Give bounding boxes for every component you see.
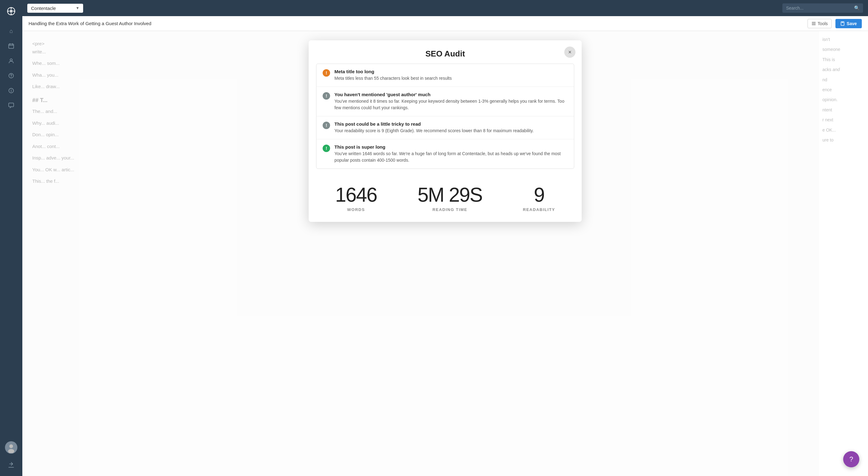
sidebar-item-home[interactable]: ⌂ xyxy=(5,25,18,37)
modal-close-button[interactable]: × xyxy=(564,47,576,58)
save-button[interactable]: Save xyxy=(835,19,862,28)
stat-words: 1646 WORDS xyxy=(335,185,377,212)
sidebar-item-help[interactable] xyxy=(5,69,18,82)
user-avatar[interactable] xyxy=(5,441,18,454)
search-input[interactable] xyxy=(782,3,863,13)
audit-title-3: This post could be a little tricky to re… xyxy=(334,121,568,127)
sidebar-item-users[interactable] xyxy=(5,55,18,67)
audit-item-4: ! This post is super long You've written… xyxy=(316,139,574,169)
audit-icon-4: ! xyxy=(322,145,330,152)
audit-desc-3: Your readability score is 9 (Eighth Grad… xyxy=(334,127,568,134)
sidebar-item-export[interactable] xyxy=(5,458,18,471)
svg-rect-6 xyxy=(9,44,14,49)
audit-icon-3: ! xyxy=(322,122,330,129)
audit-item-1: ! Meta title too long Meta titles less t… xyxy=(316,64,574,87)
svg-rect-10 xyxy=(9,103,14,107)
svg-point-7 xyxy=(10,59,12,61)
brand-name: Contentacle xyxy=(31,6,56,11)
stat-reading-time: 5M 29S READING TIME xyxy=(417,185,483,212)
stat-words-label: WORDS xyxy=(335,207,377,212)
sidebar-item-info[interactable] xyxy=(5,84,18,97)
audit-icon-1: ! xyxy=(322,69,330,77)
app-container: ⌂ Contentacle ▼ xyxy=(0,0,868,476)
brand-dropdown-arrow: ▼ xyxy=(76,6,80,10)
audit-item-2: ! You haven't mentioned 'guest author' m… xyxy=(316,87,574,116)
svg-point-12 xyxy=(9,444,13,448)
audit-text-1: Meta title too long Meta titles less tha… xyxy=(334,69,568,82)
audit-icon-2: ! xyxy=(322,92,330,99)
svg-point-1 xyxy=(10,10,13,13)
audit-title-1: Meta title too long xyxy=(334,69,568,74)
svg-point-2 xyxy=(10,8,12,9)
modal-overlay: SEO Audit × ! Meta title too long xyxy=(22,31,868,476)
tools-button[interactable]: Tools xyxy=(807,19,832,28)
svg-rect-18 xyxy=(842,22,843,23)
search-icon: 🔍 xyxy=(854,5,860,11)
content-area: Handling the Extra Work of Getting a Gue… xyxy=(22,16,868,476)
svg-point-3 xyxy=(10,13,12,15)
editor-body: <pre>write... Whe... som... Wha... you..… xyxy=(22,31,868,476)
audit-text-3: This post could be a little tricky to re… xyxy=(334,121,568,134)
audit-item-3: ! This post could be a little tricky to … xyxy=(316,116,574,139)
audit-items-list: ! Meta title too long Meta titles less t… xyxy=(316,64,574,169)
sidebar-item-calendar[interactable] xyxy=(5,40,18,52)
svg-point-5 xyxy=(13,10,15,12)
stats-row: 1646 WORDS 5M 29S READING TIME 9 READABI… xyxy=(309,176,582,222)
close-icon: × xyxy=(568,49,572,56)
brand-selector[interactable]: Contentacle ▼ xyxy=(27,4,83,13)
audit-text-4: This post is super long You've written 1… xyxy=(334,144,568,163)
modal-header: SEO Audit × xyxy=(309,40,582,64)
chat-support-button[interactable]: ? xyxy=(843,451,859,467)
main-area: Contentacle ▼ 🔍 Handling the Extra Work … xyxy=(22,0,868,476)
sidebar-item-comments[interactable] xyxy=(5,99,18,112)
editor-topbar: Handling the Extra Work of Getting a Gue… xyxy=(22,16,868,31)
svg-rect-16 xyxy=(812,25,815,25)
stat-readability-label: READABILITY xyxy=(523,207,555,212)
audit-title-4: This post is super long xyxy=(334,144,568,150)
svg-point-4 xyxy=(8,10,9,12)
seo-audit-modal: SEO Audit × ! Meta title too long xyxy=(309,40,582,222)
modal-title: SEO Audit xyxy=(319,49,572,59)
app-logo[interactable] xyxy=(5,5,18,18)
audit-desc-2: You've mentioned it 8 times so far. Keep… xyxy=(334,98,568,111)
chat-icon: ? xyxy=(849,455,853,463)
sidebar: ⌂ xyxy=(0,0,22,476)
svg-rect-14 xyxy=(812,22,815,23)
audit-desc-1: Meta titles less than 55 characters look… xyxy=(334,75,568,82)
stat-reading-time-value: 5M 29S xyxy=(417,185,483,205)
audit-desc-4: You've written 1646 words so far. We're … xyxy=(334,150,568,163)
tools-label: Tools xyxy=(818,21,828,26)
editor-document-title: Handling the Extra Work of Getting a Gue… xyxy=(29,21,804,26)
audit-text-2: You haven't mentioned 'guest author' muc… xyxy=(334,92,568,111)
stat-reading-time-label: READING TIME xyxy=(417,207,483,212)
svg-rect-15 xyxy=(812,23,815,24)
save-label: Save xyxy=(846,21,857,26)
stat-readability: 9 READABILITY xyxy=(523,185,555,212)
stat-readability-value: 9 xyxy=(523,185,555,205)
audit-title-2: You haven't mentioned 'guest author' muc… xyxy=(334,92,568,97)
topbar: Contentacle ▼ 🔍 xyxy=(22,0,868,16)
stat-words-value: 1646 xyxy=(335,185,377,205)
search-container: 🔍 xyxy=(782,3,863,13)
